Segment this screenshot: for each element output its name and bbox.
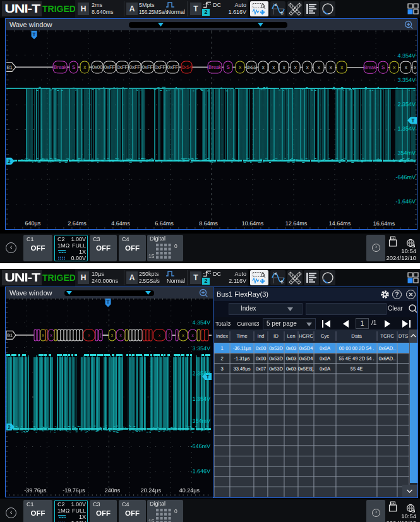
svg-text:354mV: 354mV — [192, 418, 210, 424]
svg-text:x: x — [405, 64, 407, 70]
svg-text:3: 3 — [220, 366, 223, 372]
svg-text:-1.31µs: -1.31µs — [234, 355, 249, 361]
svg-text:4.354V: 4.354V — [193, 319, 211, 326]
svg-text:40.24µs: 40.24µs — [179, 487, 200, 494]
svg-text:Break: Break — [364, 64, 376, 70]
svg-text:14.64ms: 14.64ms — [329, 220, 351, 227]
svg-text:0x00: 0x00 — [256, 345, 266, 351]
svg-text:240ns: 240ns — [105, 487, 121, 494]
svg-text:0x5D4: 0x5D4 — [299, 345, 313, 351]
svg-text:x: x — [119, 333, 122, 338]
svg-text:S: S — [381, 64, 385, 70]
svg-text:0x03: 0x03 — [286, 366, 296, 372]
svg-text:0x00: 0x00 — [92, 64, 103, 70]
svg-text:B1: B1 — [7, 333, 13, 337]
svg-text:0x0A: 0x0A — [320, 345, 330, 351]
svg-text:x: x — [83, 64, 86, 70]
svg-text:TCRC: TCRC — [380, 333, 394, 339]
svg-text:354mV: 354mV — [397, 150, 416, 156]
svg-text:8.64ms: 8.64ms — [199, 220, 218, 227]
svg-text:0x54: 0x54 — [181, 64, 192, 70]
svg-text:Len: Len — [287, 333, 295, 339]
svg-text:S: S — [72, 64, 75, 70]
svg-text:0x55: 0x55 — [247, 64, 256, 70]
svg-text:20.24µs: 20.24µs — [141, 487, 162, 494]
svg-text:x: x — [239, 64, 241, 70]
svg-text:00 00 00 2D 54 .: 00 00 00 2D 54 . — [339, 345, 374, 351]
svg-text:-646mV: -646mV — [395, 174, 416, 181]
svg-text:Cyc: Cyc — [321, 333, 330, 339]
svg-text:x: x — [340, 64, 343, 70]
svg-text:3.354V: 3.354V — [398, 77, 416, 83]
svg-text:x: x — [414, 64, 416, 70]
svg-text:2: 2 — [8, 424, 11, 430]
svg-text:0xFF: 0xFF — [104, 64, 116, 70]
svg-text:x: x — [294, 64, 297, 70]
svg-text:0x53D: 0x53D — [269, 355, 283, 361]
svg-text:ID: ID — [273, 333, 279, 339]
svg-text:Break: Break — [208, 64, 222, 70]
svg-text:0x5E8[.: 0x5E8[. — [298, 366, 314, 372]
svg-text:-39.76µs: -39.76µs — [24, 487, 47, 494]
svg-text:0xFF: 0xFF — [129, 64, 141, 70]
svg-text:0x53D: 0x53D — [269, 366, 283, 372]
svg-text:0x6AD..: 0x6AD.. — [379, 345, 396, 351]
svg-text:x: x — [42, 333, 44, 338]
svg-text:x: x — [191, 333, 194, 338]
svg-text:33.49µs: 33.49µs — [234, 366, 251, 372]
svg-text:B1: B1 — [6, 64, 12, 70]
svg-text:0x07: 0x07 — [256, 366, 266, 372]
svg-text:3.354V: 3.354V — [193, 345, 211, 352]
svg-text:55 4E: 55 4E — [351, 366, 363, 372]
svg-text:16.64ms: 16.64ms — [373, 220, 395, 227]
svg-text:0xFF: 0xFF — [117, 64, 128, 70]
svg-text:2: 2 — [8, 158, 11, 164]
svg-text:Data: Data — [351, 333, 362, 339]
svg-text:0x6AD..: 0x6AD.. — [379, 356, 396, 362]
svg-text:2.64ms: 2.64ms — [68, 220, 87, 227]
svg-text:0x03: 0x03 — [286, 345, 296, 351]
svg-text:4.64ms: 4.64ms — [111, 220, 130, 227]
svg-text:DTS: DTS — [399, 333, 409, 339]
svg-text:12.64ms: 12.64ms — [285, 220, 308, 227]
svg-text:4.354V: 4.354V — [398, 52, 416, 59]
svg-text:1.354V: 1.354V — [192, 396, 210, 402]
svg-text:T: T — [33, 32, 36, 37]
svg-text:1.354V: 1.354V — [397, 126, 416, 132]
svg-text:x: x — [393, 64, 395, 70]
svg-text:x: x — [159, 333, 161, 338]
svg-text:0x0A: 0x0A — [320, 356, 330, 362]
svg-text:T: T — [107, 299, 110, 305]
svg-text:2.354V: 2.354V — [192, 371, 210, 377]
svg-text:x: x — [262, 64, 265, 70]
svg-text:-646mV: -646mV — [190, 443, 210, 449]
svg-text:0xFF: 0xFF — [167, 64, 179, 70]
svg-text:HCRC: HCRC — [299, 333, 313, 339]
svg-text:2: 2 — [220, 355, 223, 361]
svg-text:0xFF: 0xFF — [155, 64, 166, 70]
svg-text:-1.646V: -1.646V — [190, 468, 210, 475]
svg-text:0x00: 0x00 — [256, 355, 266, 361]
svg-text:T: T — [412, 118, 415, 124]
svg-text:x: x — [330, 64, 332, 70]
svg-text:Time: Time — [236, 333, 247, 339]
svg-text:x: x — [50, 333, 52, 338]
svg-text:1: 1 — [220, 345, 223, 351]
svg-text:x: x — [318, 64, 320, 70]
svg-text:0x5D4: 0x5D4 — [299, 355, 313, 361]
svg-text:0x0A: 0x0A — [320, 366, 330, 372]
svg-text:2.354V: 2.354V — [397, 101, 416, 107]
svg-text:-36.11µs: -36.11µs — [233, 345, 251, 351]
svg-text:0x03: 0x03 — [286, 355, 296, 361]
svg-text:x: x — [283, 64, 285, 70]
svg-text:55 4E 49 2D 54 .: 55 4E 49 2D 54 . — [339, 356, 374, 362]
svg-text:Break: Break — [54, 64, 67, 70]
svg-text:x: x — [88, 333, 90, 338]
svg-text:6.64ms: 6.64ms — [155, 220, 174, 227]
svg-text:x: x — [182, 333, 184, 338]
svg-text:x: x — [272, 64, 275, 70]
svg-text:0xFF: 0xFF — [142, 64, 153, 70]
svg-text:Index: Index — [216, 333, 228, 339]
svg-text:640µs: 640µs — [25, 220, 41, 227]
svg-text:0x53D: 0x53D — [269, 345, 283, 351]
